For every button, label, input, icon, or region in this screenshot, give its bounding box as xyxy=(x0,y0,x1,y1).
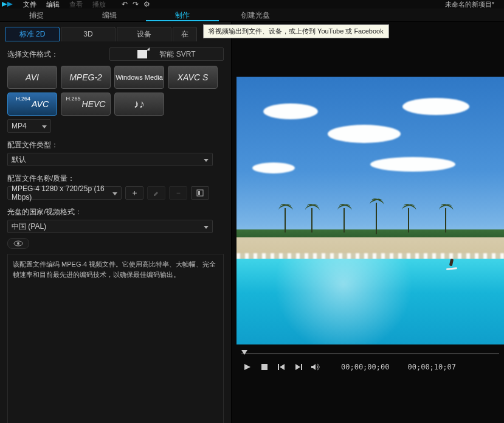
play-button[interactable] xyxy=(243,362,252,372)
svg-point-5 xyxy=(17,242,19,245)
svg-marker-12 xyxy=(311,364,316,370)
tab-disc[interactable]: 创建光盘 xyxy=(219,9,292,21)
volume-button[interactable] xyxy=(311,362,320,372)
profile-delete-button[interactable]: － xyxy=(169,186,187,200)
output-type-tabs: 标准 2D 3D 设备 在 xyxy=(5,27,226,41)
project-title: 未命名的新项目* xyxy=(445,0,503,9)
svg-rect-7 xyxy=(261,364,268,370)
menubar: 文件 编辑 查看 播放 ↶ ↷ ⚙ 未命名的新项目* xyxy=(0,0,504,9)
smart-svrt-button[interactable]: 智能 SVRT xyxy=(109,47,224,61)
profile-description: 该配置文件编码 MPEG-4 视频文件。它使用高比特率、大帧幅、完全帧速率和目前… xyxy=(7,254,224,423)
svg-rect-3 xyxy=(198,191,200,195)
format-label: 选择文件格式： xyxy=(7,49,58,60)
svrt-icon xyxy=(137,50,147,58)
profile-type-dropdown[interactable]: 默认 xyxy=(7,153,213,166)
format-xavcs[interactable]: XAVC S xyxy=(168,66,218,89)
svg-marker-9 xyxy=(280,364,285,370)
menu-edit[interactable]: 编辑 xyxy=(41,0,64,9)
redo-icon[interactable]: ↷ xyxy=(130,0,141,9)
profile-details-button[interactable] xyxy=(191,186,209,200)
format-avi[interactable]: AVI xyxy=(7,66,57,89)
svg-rect-8 xyxy=(278,364,279,370)
playback-controls: 00;00;00;00 00;00;10;07 xyxy=(236,359,504,375)
svg-marker-10 xyxy=(295,364,300,370)
profile-edit-button[interactable] xyxy=(147,186,165,200)
next-frame-button[interactable] xyxy=(294,362,303,372)
format-grid: AVI MPEG-2 Windows Media XAVC S H.264 AV… xyxy=(7,66,224,116)
profile-add-button[interactable]: ＋ xyxy=(125,186,143,200)
settings-gear-icon[interactable]: ⚙ xyxy=(141,0,152,9)
tab-edit[interactable]: 编辑 xyxy=(73,9,146,21)
undo-icon[interactable]: ↶ xyxy=(119,0,130,9)
menu-play[interactable]: 播放 xyxy=(88,0,111,9)
menu-view[interactable]: 查看 xyxy=(64,0,88,9)
outtab-device[interactable]: 设备 xyxy=(117,27,171,41)
format-h265-hevc[interactable]: H.265 HEVC xyxy=(61,93,111,116)
profile-name-dropdown[interactable]: MPEG-4 1280 x 720/25p (16 Mbps) xyxy=(7,186,122,200)
stop-button[interactable] xyxy=(260,362,269,372)
tab-produce[interactable]: 制作 xyxy=(146,9,219,21)
svg-rect-11 xyxy=(301,364,302,370)
format-windows-media[interactable]: Windows Media xyxy=(114,66,164,89)
svg-marker-1 xyxy=(7,2,13,7)
svg-marker-0 xyxy=(2,2,7,7)
svg-marker-6 xyxy=(244,364,250,370)
time-total: 00;00;10;07 xyxy=(407,363,455,371)
region-label: 光盘的国家/视频格式： xyxy=(7,207,224,217)
playhead-icon[interactable] xyxy=(241,350,247,355)
app-logo-icon xyxy=(1,0,16,9)
profile-name-label: 配置文件名称/质量： xyxy=(7,173,224,184)
profile-type-label: 配置文件类型： xyxy=(7,140,224,150)
time-current: 00;00;00;00 xyxy=(341,363,389,371)
outtab-online[interactable]: 在 xyxy=(173,27,197,41)
tab-capture[interactable]: 捕捉 xyxy=(0,9,73,21)
container-dropdown[interactable]: MP4 xyxy=(7,119,51,133)
timeline[interactable] xyxy=(241,348,499,359)
preview-panel: 00;00;00;00 00;00;10;07 xyxy=(232,22,504,423)
workflow-tabs: 捕捉 编辑 制作 创建光盘 xyxy=(0,9,504,22)
preview-eye-button[interactable] xyxy=(7,238,29,249)
format-h264-avc[interactable]: H.264 AVC xyxy=(7,93,57,116)
region-dropdown[interactable]: 中国 (PAL) xyxy=(7,220,213,233)
produce-settings-panel: 标准 2D 3D 设备 在 选择文件格式： 智能 SVRT AVI MPEG-2… xyxy=(0,22,232,423)
outtab-standard-2d[interactable]: 标准 2D xyxy=(5,27,60,41)
menu-file[interactable]: 文件 xyxy=(18,0,41,9)
format-audio[interactable]: ♪♪ xyxy=(114,93,164,116)
outtab-3d[interactable]: 3D xyxy=(61,27,116,41)
tab-tooltip: 将视频输出到文件、设备，或上传到 YouTube 或 Facebook xyxy=(203,24,389,38)
svrt-label: 智能 SVRT xyxy=(159,49,195,60)
surfer-figure xyxy=(447,259,456,271)
prev-frame-button[interactable] xyxy=(277,362,286,372)
video-preview[interactable] xyxy=(236,77,504,344)
format-mpeg2[interactable]: MPEG-2 xyxy=(61,66,111,89)
